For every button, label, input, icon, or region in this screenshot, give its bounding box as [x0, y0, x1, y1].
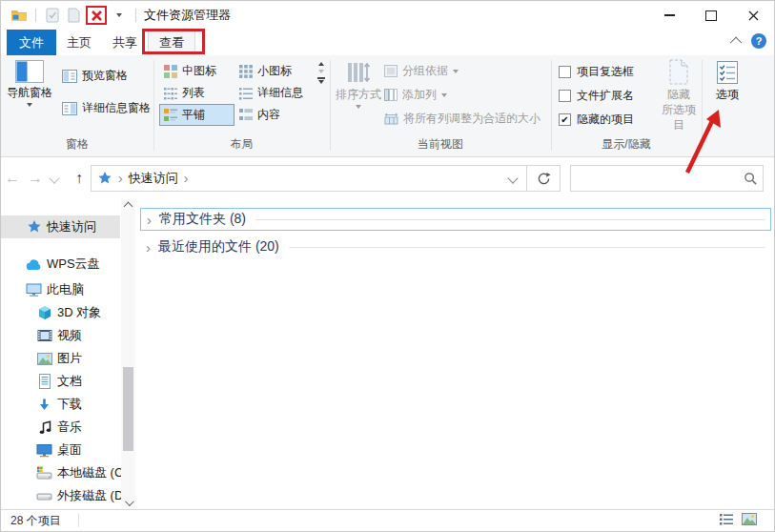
sidebar-item-desktop[interactable]: 桌面: [1, 439, 120, 461]
chevron-right-icon[interactable]: ›: [146, 239, 151, 256]
desktop-icon: [36, 442, 52, 459]
sidebar-item-videos[interactable]: 视频: [1, 324, 120, 347]
tab-home[interactable]: 主页: [56, 30, 102, 55]
thumbnail-view-toggle-icon[interactable]: [742, 513, 757, 528]
disk-windows-icon: [36, 465, 52, 481]
cloud-icon: [26, 256, 42, 273]
navigation-pane-button[interactable]: 导航窗格: [7, 60, 52, 107]
forward-button[interactable]: →: [24, 170, 47, 187]
status-bar: 28 个项目: [1, 509, 774, 531]
disk-icon: [36, 488, 52, 504]
tiles-view-icon: [164, 109, 177, 122]
sidebar-item-music[interactable]: 音乐: [1, 416, 120, 439]
breadcrumb[interactable]: › 快速访问 ›: [92, 170, 500, 187]
group-header-recent-files[interactable]: › 最近使用的文件 (20): [140, 235, 771, 258]
options-button[interactable]: 选项: [706, 60, 748, 103]
hide-selected-button[interactable]: 隐藏 所选项目: [657, 59, 701, 133]
quick-access-star-icon: [97, 171, 112, 186]
scrollbar-up-icon[interactable]: [121, 199, 135, 214]
ribbon: 导航窗格 预览窗格 详细信息窗格 窗格 中图标 小图标 列表: [1, 55, 774, 157]
sidebar-item-quick-access[interactable]: 快速访问: [1, 215, 120, 238]
layout-more-icon[interactable]: [317, 77, 325, 84]
sidebar-item-wps-cloud[interactable]: WPS云盘: [1, 253, 120, 276]
cube-icon: [36, 305, 52, 321]
ribbon-tab-row: 文件 主页 共享 查看: [1, 30, 774, 55]
scroll-down-icon[interactable]: [318, 70, 324, 73]
group-by-icon: [384, 65, 398, 77]
small-icons-icon: [239, 65, 253, 78]
tab-share[interactable]: 共享: [102, 30, 148, 55]
properties-icon[interactable]: [44, 7, 61, 24]
sidebar-item-downloads[interactable]: 下载: [1, 393, 120, 416]
layout-option-small-icons[interactable]: 小图标: [235, 60, 310, 82]
close-icon: [748, 10, 759, 21]
sidebar-item-this-pc[interactable]: 此电脑: [1, 278, 120, 301]
add-columns-icon: [384, 89, 398, 101]
address-bar-row: ← → ↑ › 快速访问 ›: [1, 157, 774, 199]
file-extensions-checkbox[interactable]: [559, 90, 571, 102]
back-button[interactable]: ←: [1, 170, 24, 187]
hidden-items-checkbox[interactable]: [559, 113, 571, 126]
details-pane-icon: [62, 102, 77, 115]
item-checkboxes-checkbox[interactable]: [559, 66, 571, 78]
search-box[interactable]: [570, 165, 764, 192]
group-header-frequent-folders[interactable]: › 常用文件夹 (8): [140, 208, 771, 231]
item-checkboxes-row[interactable]: 项目复选框: [559, 64, 634, 80]
sort-by-button[interactable]: 排序方式: [336, 60, 381, 109]
details-view-toggle-icon[interactable]: [720, 513, 734, 528]
window-title: 文件资源管理器: [144, 7, 231, 24]
recent-locations-icon[interactable]: [47, 172, 62, 185]
scrollbar-thumb[interactable]: [123, 367, 133, 451]
qat-dropdown-icon[interactable]: [111, 7, 128, 24]
group-divider: [702, 60, 703, 151]
hidden-items-row[interactable]: 隐藏的项目: [559, 112, 634, 128]
layout-option-list[interactable]: 列表: [159, 82, 235, 104]
star-icon: [26, 219, 42, 235]
ribbon-right-controls: [733, 33, 766, 49]
group-label-layout: 布局: [153, 136, 330, 153]
refresh-button[interactable]: [526, 166, 560, 191]
sidebar-item-documents[interactable]: 文档: [1, 370, 120, 393]
layout-option-details[interactable]: 详细信息: [235, 82, 310, 104]
new-folder-icon[interactable]: [65, 7, 82, 24]
preview-pane-icon: [62, 70, 77, 83]
address-bar[interactable]: › 快速访问 ›: [91, 165, 561, 192]
file-explorer-window: 文件资源管理器 文件 主页 共享 查看 导航窗格 预览窗: [0, 0, 775, 532]
layout-option-content[interactable]: 内容: [235, 104, 310, 126]
address-dropdown-button[interactable]: [500, 166, 526, 191]
main-area: 快速访问 WPS云盘 此电脑 3D 对象 视频 图片 文档 下载: [1, 199, 774, 510]
divider: [35, 9, 36, 22]
sidebar-item-local-disk-c[interactable]: 本地磁盘 (C:): [1, 461, 120, 484]
close-annotation-box: [86, 6, 107, 25]
up-button[interactable]: ↑: [68, 170, 91, 187]
sidebar-item-pictures[interactable]: 图片: [1, 347, 120, 370]
sidebar-scrollbar[interactable]: [121, 199, 135, 510]
search-icon[interactable]: [738, 172, 763, 186]
tab-view[interactable]: 查看: [148, 30, 195, 55]
add-columns-button[interactable]: 添加列: [384, 87, 447, 103]
scroll-up-icon[interactable]: [318, 62, 324, 66]
chevron-right-icon[interactable]: ›: [147, 212, 152, 228]
layout-option-tiles[interactable]: 平铺: [159, 104, 235, 126]
maximize-button[interactable]: [690, 1, 732, 30]
help-icon[interactable]: [751, 33, 766, 49]
options-icon: [715, 60, 740, 85]
minimize-button[interactable]: [648, 1, 690, 30]
size-columns-button[interactable]: 将所有列调整为合适的大小: [384, 111, 540, 127]
preview-pane-button[interactable]: 预览窗格: [62, 68, 128, 84]
file-extensions-row[interactable]: 文件扩展名: [559, 88, 634, 104]
sidebar-item-external-disk-d[interactable]: 外接磁盘 (D:): [1, 484, 120, 507]
details-pane-button[interactable]: 详细信息窗格: [62, 100, 151, 116]
maximize-icon: [705, 10, 717, 21]
window-controls: [648, 1, 774, 30]
sidebar-item-3d-objects[interactable]: 3D 对象: [1, 301, 120, 324]
group-by-button[interactable]: 分组依据: [384, 63, 459, 79]
layout-option-medium-icons[interactable]: 中图标: [159, 60, 235, 82]
close-button[interactable]: [732, 1, 774, 30]
title-bar: 文件资源管理器: [1, 1, 774, 30]
scrollbar-down-icon[interactable]: [121, 496, 135, 510]
search-input[interactable]: [571, 166, 738, 191]
breadcrumb-item[interactable]: 快速访问: [129, 170, 178, 187]
layout-options: 中图标 小图标 列表 详细信息 平铺 内容: [159, 60, 310, 126]
tab-file[interactable]: 文件: [7, 30, 56, 55]
